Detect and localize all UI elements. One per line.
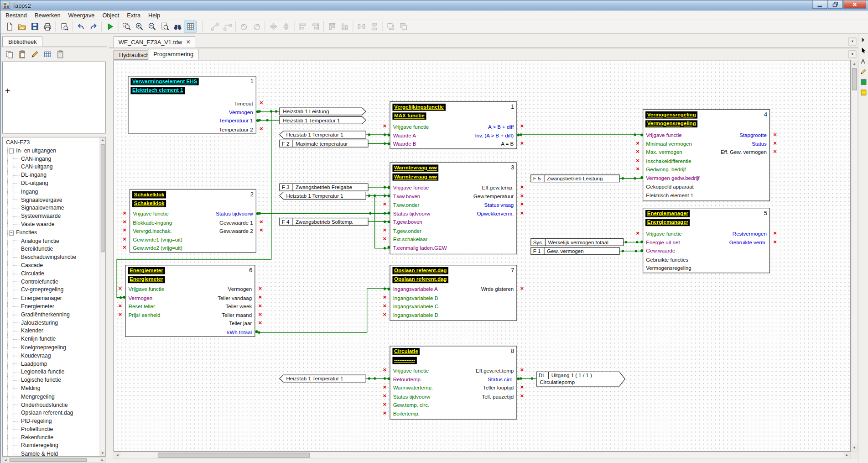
tree-item-gradi-ntherkenning[interactable]: Gradiëntherkenning [13, 311, 99, 319]
collapse-icon[interactable]: − [9, 148, 14, 153]
panel-toggle-button[interactable] [859, 36, 868, 44]
unconnected-pin-icon[interactable]: × [519, 393, 525, 399]
tree-group-functies[interactable]: −Functies [8, 229, 99, 237]
menu-object[interactable]: Object [99, 11, 123, 19]
edit-object-button[interactable] [28, 48, 41, 60]
unconnected-pin-icon[interactable]: × [259, 126, 264, 132]
function-block-energiemeter[interactable]: EnergiemeterEnergiemeter6Vrijgave functi… [125, 265, 255, 337]
unconnected-pin-icon[interactable]: × [519, 184, 525, 190]
unconnected-pin-icon[interactable]: × [117, 311, 123, 317]
unconnected-pin-icon[interactable]: × [382, 367, 387, 373]
tree-item-bereikfunctie[interactable]: Bereikfunctie [13, 245, 99, 253]
link-tag-maximale-temperatuur[interactable]: F 2Maximale temperatuur [280, 140, 368, 147]
unconnected-pin-icon[interactable]: × [257, 294, 263, 300]
scroll-left-icon[interactable]: ◄ [3, 458, 8, 462]
tree-item-dl-ingang[interactable]: DL-ingang [13, 171, 99, 179]
copy-object-button[interactable] [3, 48, 16, 60]
function-block-opslaan-referent-dag[interactable]: Opslaan referent.dagOpslaan referent.dag… [390, 265, 517, 321]
unconnected-pin-icon[interactable]: × [519, 201, 525, 207]
tree-item-analoge-functie[interactable]: Analoge functie [13, 237, 99, 245]
function-block-energiemanager[interactable]: EnergiemanagerEnergiemanager5Vrijgave fu… [643, 208, 770, 273]
tree-item-energiemeter[interactable]: Energiemeter [13, 303, 99, 311]
tree-root-can-ez3[interactable]: CAN-EZ3 [4, 138, 99, 147]
canvas-vscrollbar-thumb[interactable] [852, 68, 857, 90]
unconnected-pin-icon[interactable]: × [519, 285, 525, 291]
unconnected-pin-icon[interactable]: × [519, 123, 525, 129]
tree-item-pid-regeling[interactable]: PID-regeling [13, 417, 99, 426]
view-dropdown[interactable]: ▼ [848, 50, 856, 58]
link-tag-zwangsbetrieb-solltemp[interactable]: F 4Zwangsbetrieb Solltemp. [280, 218, 368, 226]
unconnected-pin-icon[interactable]: × [519, 193, 525, 199]
link-tag-zwangsbetrieb-leistung[interactable]: F 5Zwangsbetrieb Leistung [531, 175, 619, 182]
tree-item-logische-functie[interactable]: Logische functie [13, 376, 99, 384]
tree-item-systeemwaarde[interactable]: Systeemwaarde [13, 212, 99, 221]
fill-color-swatch-yellow[interactable] [859, 88, 868, 97]
unconnected-pin-icon[interactable]: × [122, 244, 127, 250]
unconnected-pin-icon[interactable]: × [772, 230, 778, 236]
tree-scrollbar-thumb[interactable] [101, 144, 104, 253]
link-tag-uitgang-1-1-1[interactable]: DLUitgang 1 ( 1 / 1 )Circulatiepomp [536, 372, 625, 386]
menu-bewerken[interactable]: Bewerken [31, 11, 64, 19]
scroll-up-icon[interactable]: ▲ [100, 137, 105, 143]
tree-item-signaalovergave[interactable]: Signaalovergave [13, 196, 99, 204]
tree-item-ruimteregeling[interactable]: Ruimteregeling [13, 442, 99, 450]
tree-item-mengregeling[interactable]: Mengregeling [13, 393, 99, 401]
print-preview-button[interactable] [57, 20, 70, 32]
unconnected-pin-icon[interactable]: × [519, 367, 525, 373]
link-tag-werkelijk-vermogen-totaal[interactable]: Sys.Werkelijk vermogen totaal [531, 238, 624, 246]
link-tag-heizstab-1-temperatur-1[interactable]: Heizstab 1 Temperatur 1 [280, 375, 366, 382]
save-file-button[interactable] [28, 20, 41, 32]
minimize-button[interactable] [812, 0, 827, 9]
link-tag-heizstab-1-leistung[interactable]: Heizstab 1 Leistung [280, 108, 366, 115]
link-tag-heizstab-1-temperatur-1[interactable]: Heizstab 1 Temperatur 1 [280, 116, 366, 124]
fill-color-swatch-green[interactable] [859, 78, 868, 86]
tree-horizontal-scrollbar[interactable]: ◄ ► [2, 457, 106, 463]
unconnected-pin-icon[interactable]: × [519, 210, 525, 216]
tree-item-rekenfunctie[interactable]: Rekenfunctie [13, 434, 99, 442]
tree-item-koudevraag[interactable]: Koudevraag [13, 352, 99, 360]
tree-item-onderhoudsfunctie[interactable]: Onderhoudsfunctie [13, 401, 99, 409]
tree-item-kenlijn-functie[interactable]: Kenlijn-functie [13, 335, 99, 343]
tab-programmering[interactable]: Programmering [148, 49, 199, 60]
tree-item-signaalovername[interactable]: Signaalovername [13, 204, 99, 212]
restore-button[interactable] [827, 0, 843, 9]
tree-item-laadpomp[interactable]: Laadpomp [13, 360, 99, 368]
tree-item-cascade[interactable]: Cascade [13, 262, 99, 270]
tree-group-in-en-uitgangen[interactable]: −In- en uitgangen [8, 147, 99, 155]
unconnected-pin-icon[interactable]: × [257, 320, 263, 326]
tree-item-can-uitgang[interactable]: CAN-uitgang [13, 163, 99, 171]
unconnected-pin-icon[interactable]: × [257, 311, 263, 317]
menu-help[interactable]: Help [144, 11, 164, 19]
unconnected-pin-icon[interactable]: × [382, 227, 387, 233]
function-block-vergelijkingsfunctie[interactable]: VergelijkingsfunctieMAX functie1Vrijgave… [390, 101, 517, 149]
tab-list-dropdown[interactable]: ▼ [848, 38, 856, 46]
unconnected-pin-icon[interactable]: × [382, 201, 387, 207]
find-button[interactable] [171, 20, 184, 32]
scroll-down-icon[interactable]: ▼ [852, 444, 858, 451]
canvas-vertical-scrollbar[interactable]: ▲ ▼ [851, 60, 858, 452]
library-tab[interactable]: Bibliotheek [2, 36, 43, 47]
collapse-icon[interactable]: − [9, 230, 14, 235]
tree-item-cv-groepregeling[interactable]: Cv-groepregeling [13, 286, 99, 295]
link-tag-gew-vermogen[interactable]: F 1Gew. vermogen [531, 247, 619, 255]
unconnected-pin-icon[interactable]: × [122, 219, 127, 225]
unconnected-pin-icon[interactable]: × [117, 303, 123, 309]
connected-pin-dot[interactable] [640, 249, 643, 252]
open-file-button[interactable] [16, 20, 28, 32]
tree-item-beschaduwingsfunctie[interactable]: Beschaduwingsfunctie [13, 253, 99, 262]
scroll-right-icon[interactable]: ► [99, 458, 105, 462]
unconnected-pin-icon[interactable]: × [519, 140, 525, 146]
zoom-page-button[interactable] [158, 20, 171, 32]
tree-item-ingang[interactable]: Ingang [13, 188, 99, 196]
unconnected-pin-icon[interactable]: × [257, 285, 263, 291]
tree-item-opslaan-referent-dag[interactable]: Opslaan referent.dag [13, 409, 99, 417]
close-tab-icon[interactable]: ✕ [186, 39, 191, 45]
menu-bestand[interactable]: Bestand [2, 11, 31, 19]
object-table-button[interactable] [41, 48, 54, 60]
menu-weergave[interactable]: Weergave [64, 11, 99, 19]
tree-item-energiemanager[interactable]: Energiemanager [13, 295, 99, 303]
unconnected-pin-icon[interactable]: × [382, 123, 387, 129]
function-block-warmtevraag-ww[interactable]: Warmtevraag wwWarmtevraag ww3Vrijgave fu… [390, 163, 517, 254]
clipboard-button[interactable] [54, 48, 67, 60]
unconnected-pin-icon[interactable]: × [635, 166, 640, 172]
